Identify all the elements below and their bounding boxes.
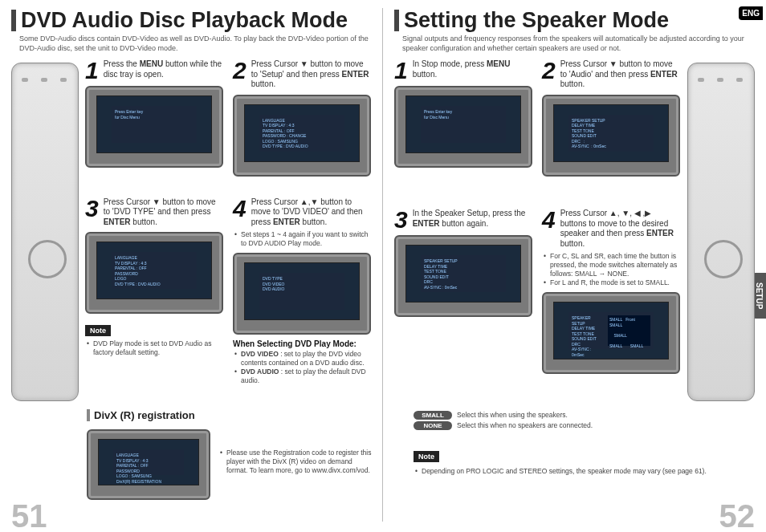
when-selecting-2: DVD AUDIO : set to play the default DVD … <box>233 368 369 385</box>
step-number: 3 <box>394 209 408 230</box>
tv-screenshot: Press Enter keyfor Disc Menu <box>85 86 223 168</box>
step-text: In Stop mode, press MENU button. <box>413 59 531 79</box>
language-badge: ENG <box>739 6 763 20</box>
page-subtitle-left: Some DVD-Audio discs contain DVD-Video a… <box>19 35 372 53</box>
step-number: 1 <box>394 59 408 81</box>
step-number: 2 <box>233 59 247 81</box>
tv-screenshot: Press Enter keyfor Disc Menu <box>394 86 532 168</box>
when-selecting-1: DVD VIDEO : set to play the DVD video co… <box>233 350 369 368</box>
step-4: 4 Press Cursor ▲, ▼, ◀ ,▶ buttons to mov… <box>542 209 678 401</box>
step-text: Press Cursor ▲, ▼, ◀ ,▶ buttons to move … <box>560 209 678 249</box>
tv-screenshot: SPEAKER SETUPDELAY TIMETEST TONESOUND ED… <box>542 292 680 374</box>
legend-row: NONE Select this when no speakers are co… <box>414 421 755 430</box>
tv-screenshot: SPEAKER SETUPDELAY TIMETEST TONESOUND ED… <box>394 235 532 317</box>
tv-screenshot: LANGUAGETV DISPLAY : 4:3PARENTAL : OFFPA… <box>233 95 371 177</box>
step-4-bullet-2: For L and R, the mode is set to SMALL. <box>542 278 678 287</box>
page-number-left: 51 <box>11 500 47 532</box>
steps-grid-left: 1 Press the MENU button while the disc t… <box>85 59 372 401</box>
manual-spread: DVD Audio Disc Playback Mode Some DVD-Au… <box>0 0 766 532</box>
step-4-bullet: Set steps 1 ~ 4 again if you want to swi… <box>233 230 369 248</box>
step-3: 3 In the Speaker Setup, press the ENTER … <box>394 209 531 401</box>
step-4: 4 Press Cursor ▲,▼ button to move to 'DV… <box>233 197 369 402</box>
step-1: 1 Press the MENU button while the disc t… <box>85 59 222 192</box>
remote-illustration <box>11 63 79 401</box>
step-number: 4 <box>542 209 556 230</box>
page-title-right: Setting the Speaker Mode <box>394 10 755 31</box>
page-subtitle-right: Signal outputs and frequency responses f… <box>402 35 755 53</box>
step-2: 2 Press Cursor ▼ button to move to 'Audi… <box>542 59 678 204</box>
pill-small: SMALL <box>414 411 452 420</box>
step-3: 3 Press Cursor ▼ button to move to 'DVD … <box>85 197 222 402</box>
step-number: 3 <box>85 197 99 219</box>
pill-none-text: Select this when no speakers are connect… <box>457 421 755 430</box>
divx-heading: DivX (R) registration <box>87 409 372 421</box>
note-text-right: Depending on PRO LOGIC and STEREO settin… <box>414 467 755 476</box>
remote-illustration <box>687 63 755 401</box>
step-text: Press Cursor ▲,▼ button to move to 'DVD … <box>251 197 369 228</box>
step-number: 4 <box>233 197 247 219</box>
step-text: Press the MENU button while the disc tra… <box>104 59 222 79</box>
tv-screenshot: DVD TYPEDVD VIDEODVD AUDIO <box>233 253 371 335</box>
page-left: DVD Audio Disc Playback Mode Some DVD-Au… <box>0 0 383 532</box>
page-title-left: DVD Audio Disc Playback Mode <box>11 10 372 31</box>
pill-none: NONE <box>414 421 452 430</box>
step-1: 1 In Stop mode, press MENU button. Press… <box>394 59 531 204</box>
page-number-right: 52 <box>719 500 756 532</box>
tv-screenshot: LANGUAGETV DISPLAY : 4:3PARENTAL : OFFPA… <box>85 232 223 314</box>
note-badge: Note <box>414 451 439 462</box>
tv-screenshot-divx: LANGUAGETV DISPLAY : 4:3PARENTAL : OFFPA… <box>87 429 210 500</box>
when-selecting-head: When Selecting DVD Play Mode: <box>233 339 369 348</box>
step-text: Press Cursor ▼ button to move to 'Setup'… <box>251 59 369 90</box>
note-badge: Note <box>85 325 111 336</box>
step-2: 2 Press Cursor ▼ button to move to 'Setu… <box>233 59 369 192</box>
legend-row: SMALL Select this when using the speaker… <box>414 411 755 420</box>
note-text: DVD Play mode is set to DVD Audio as fac… <box>85 339 222 357</box>
step-4-bullet-1: For C, SL and SR, each time the button i… <box>542 252 678 278</box>
step-text: In the Speaker Setup, press the ENTER bu… <box>413 209 531 229</box>
step-number: 1 <box>85 59 99 81</box>
steps-grid-right: 1 In Stop mode, press MENU button. Press… <box>394 59 681 401</box>
step-number: 2 <box>542 59 556 81</box>
step-text: Press Cursor ▼ button to move to 'Audio'… <box>560 59 678 90</box>
pill-small-text: Select this when using the speakers. <box>457 411 755 420</box>
divx-text: Please use the Registration code to regi… <box>218 449 372 475</box>
step-text: Press Cursor ▼ button to move to 'DVD TY… <box>104 197 222 228</box>
tv-screenshot: SPEAKER SETUPDELAY TIMETEST TONESOUND ED… <box>542 95 680 177</box>
page-right: ENG SETUP Setting the Speaker Mode Signa… <box>383 0 766 532</box>
